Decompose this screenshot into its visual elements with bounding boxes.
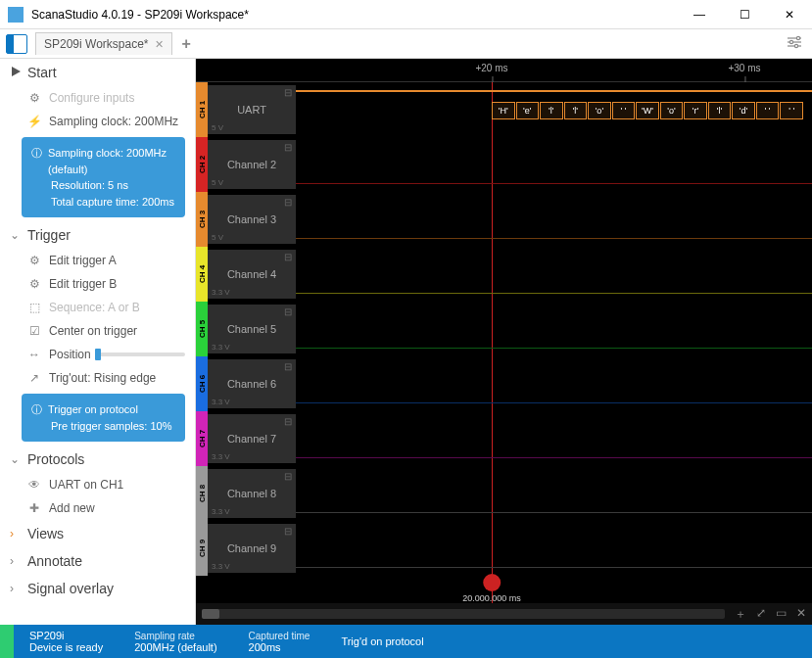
edit-trigger-b[interactable]: ⚙Edit trigger B	[0, 272, 195, 296]
uart-byte[interactable]: 'W'	[636, 102, 659, 119]
channel-tab[interactable]: CH 5	[196, 302, 208, 356]
close-button[interactable]: ✕	[767, 0, 812, 28]
start-title: Start	[27, 65, 57, 80]
channel-tab[interactable]: CH 6	[196, 356, 208, 411]
settings-icon[interactable]	[787, 35, 802, 52]
channel-trace[interactable]	[296, 411, 812, 466]
uart-byte[interactable]: ' '	[612, 102, 636, 119]
channel-collapse-icon[interactable]: ⊟	[284, 306, 292, 317]
signal-overlay-section[interactable]: ›Signal overlay	[0, 575, 195, 602]
time-tick-30ms: +30 ms	[728, 63, 760, 73]
sampling-clock-item[interactable]: ⚡ Sampling clock: 200MHz	[0, 110, 195, 133]
channel-tab[interactable]: CH 4	[196, 247, 208, 302]
maximize-button[interactable]: ☐	[722, 0, 767, 28]
channel-tab[interactable]: CH 1	[196, 82, 208, 137]
views-section[interactable]: ›Views	[0, 520, 195, 547]
zoom-in-icon[interactable]: ＋	[735, 606, 746, 623]
channel-label-box[interactable]: ⊟ Channel 9 3.3 V	[208, 524, 296, 573]
trigout-item[interactable]: ↗Trig'out: Rising edge	[0, 366, 195, 390]
uart-byte[interactable]: 'l'	[708, 102, 732, 119]
info-icon: ⓘ	[31, 145, 42, 162]
time-ruler[interactable]: +20 ms +30 ms	[196, 59, 812, 82]
channel-trace[interactable]	[296, 521, 812, 576]
minimize-button[interactable]: —	[677, 0, 722, 28]
trigger-sequence[interactable]: ⬚Sequence: A or B	[0, 296, 195, 319]
trigger-position[interactable]: ↔ Position	[0, 343, 195, 366]
trigger-section[interactable]: ⌄ Trigger	[0, 221, 195, 249]
configure-inputs[interactable]: ⚙ Configure inputs	[0, 86, 195, 110]
channel-collapse-icon[interactable]: ⊟	[284, 252, 292, 262]
uart-byte[interactable]: 'd'	[732, 102, 755, 119]
channel-row: CH 8 ⊟ Channel 8 3.3 V	[196, 466, 812, 521]
start-section[interactable]: Start	[0, 59, 195, 86]
tab-add-button[interactable]: +	[172, 31, 201, 57]
uart-byte[interactable]: 'o'	[588, 102, 611, 119]
channel-tab[interactable]: CH 3	[196, 192, 208, 247]
channel-label-box[interactable]: ⊟ Channel 6 3.3 V	[208, 359, 296, 408]
workspace-icon[interactable]	[6, 34, 27, 54]
position-slider[interactable]	[95, 352, 185, 356]
uart-byte[interactable]: 'r'	[684, 102, 707, 119]
tab-close-icon[interactable]: ✕	[155, 38, 164, 51]
channel-collapse-icon[interactable]: ⊟	[284, 197, 292, 208]
channel-label-box[interactable]: ⊟ Channel 3 5 V	[208, 195, 296, 244]
edit-trigger-a[interactable]: ⚙Edit trigger A	[0, 249, 195, 272]
channel-label-box[interactable]: ⊟ Channel 2 5 V	[208, 140, 296, 189]
svg-point-4	[789, 40, 792, 43]
uart-byte[interactable]: 'H'	[492, 102, 515, 119]
uart-byte[interactable]: 'l'	[540, 102, 563, 119]
status-captured-time: Captured time 200ms	[233, 625, 326, 658]
annotate-section[interactable]: ›Annotate	[0, 547, 195, 575]
gear-icon: ⚙	[27, 277, 41, 291]
tab-workspace[interactable]: SP209i Workspace* ✕	[35, 32, 172, 55]
app-icon	[8, 7, 24, 23]
sampling-info: ⓘ Sampling clock: 200MHz (default) Resol…	[22, 137, 185, 217]
protocol-uart[interactable]: 👁UART on CH1	[0, 473, 195, 496]
uart-byte[interactable]: ' '	[780, 102, 803, 119]
channel-tab[interactable]: CH 9	[196, 521, 208, 576]
channel-row: CH 6 ⊟ Channel 6 3.3 V	[196, 356, 812, 411]
sequence-icon: ⬚	[27, 301, 41, 314]
horizontal-scrollbar[interactable]	[202, 609, 725, 619]
channel-label-box[interactable]: ⊟ UART 5 V	[208, 85, 296, 134]
channel-tab[interactable]: CH 8	[196, 466, 208, 521]
channel-name: Channel 4	[208, 268, 296, 280]
center-on-trigger[interactable]: ☑Center on trigger	[0, 319, 195, 343]
channel-name: Channel 6	[208, 378, 296, 390]
channel-trace[interactable]	[296, 192, 812, 247]
channel-label-box[interactable]: ⊟ Channel 5 3.3 V	[208, 305, 296, 353]
time-marker[interactable]: 20.000.000 ms	[462, 574, 521, 603]
waveform-area[interactable]: +20 ms +30 ms CH 1 ⊟ UART 5 V 'H''e''l''…	[196, 59, 812, 625]
add-protocol[interactable]: ✚Add new	[0, 496, 195, 520]
uart-byte[interactable]: 'o'	[660, 102, 684, 119]
channel-collapse-icon[interactable]: ⊟	[284, 471, 292, 482]
channel-trace[interactable]	[296, 302, 812, 356]
channel-trace[interactable]	[296, 137, 812, 192]
uart-byte[interactable]: ' '	[756, 102, 780, 119]
protocols-section[interactable]: ⌄Protocols	[0, 446, 195, 473]
close-view-icon[interactable]: ✕	[796, 606, 806, 623]
channel-trace[interactable]	[296, 466, 812, 521]
channel-label-box[interactable]: ⊟ Channel 8 3.3 V	[208, 469, 296, 518]
channel-collapse-icon[interactable]: ⊟	[284, 416, 292, 427]
uart-byte[interactable]: 'e'	[516, 102, 540, 119]
zoom-fit-icon[interactable]: ⤢	[756, 606, 766, 623]
channel-collapse-icon[interactable]: ⊟	[284, 142, 292, 153]
channel-row: CH 2 ⊟ Channel 2 5 V	[196, 137, 812, 192]
chevron-down-icon: ⌄	[10, 228, 22, 242]
channel-voltage: 3.3 V	[212, 343, 230, 352]
zoom-region-icon[interactable]: ▭	[776, 606, 787, 623]
chevron-down-icon: ⌄	[10, 452, 22, 466]
channel-collapse-icon[interactable]: ⊟	[284, 87, 292, 98]
channel-trace[interactable]	[296, 247, 812, 302]
channel-tab[interactable]: CH 7	[196, 411, 208, 466]
channel-trace[interactable]: 'H''e''l''l''o'' ''W''o''r''l''d'' '' '	[296, 82, 812, 137]
channel-label-box[interactable]: ⊟ Channel 7 3.3 V	[208, 414, 296, 463]
sidebar: Start ⚙ Configure inputs ⚡ Sampling cloc…	[0, 59, 196, 625]
channel-collapse-icon[interactable]: ⊟	[284, 526, 292, 537]
uart-byte[interactable]: 'l'	[564, 102, 588, 119]
channel-label-box[interactable]: ⊟ Channel 4 3.3 V	[208, 250, 296, 299]
channel-tab[interactable]: CH 2	[196, 137, 208, 192]
channel-trace[interactable]	[296, 356, 812, 411]
channel-collapse-icon[interactable]: ⊟	[284, 361, 292, 372]
